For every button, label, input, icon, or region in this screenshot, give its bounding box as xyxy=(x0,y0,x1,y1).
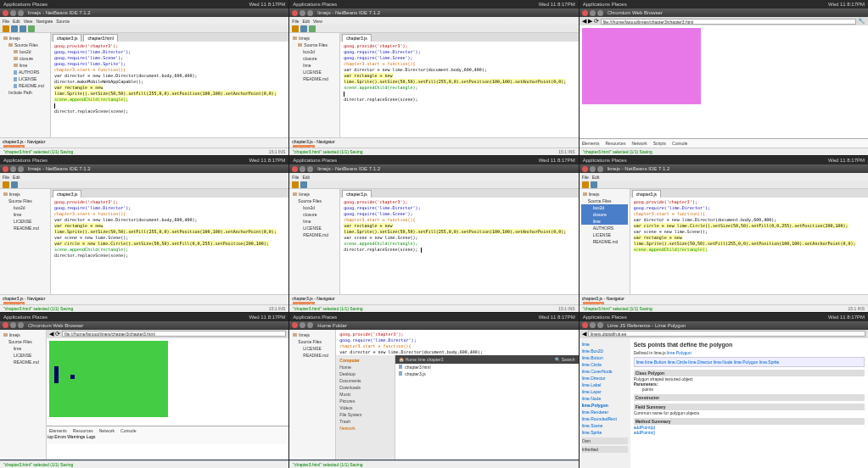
ball-sprite xyxy=(70,375,75,379)
code-editor[interactable]: chapter3.js goog.provide('chapter3'); go… xyxy=(340,33,578,137)
browser-toolbar: ◀ ▶ ⟳ file:///home/farouq/limejs/chapter… xyxy=(580,17,868,25)
reload-icon[interactable]: ⟳ xyxy=(55,331,60,337)
browser-viewport xyxy=(580,25,868,138)
game-canvas[interactable] xyxy=(49,341,168,417)
places-sidebar[interactable]: Computer Home Desktop Documents Download… xyxy=(336,355,395,460)
minimize-icon[interactable] xyxy=(10,10,16,16)
close-icon[interactable] xyxy=(3,10,8,16)
status-bar: "chapter3.html" selected (1/1) Saving15:… xyxy=(0,148,288,155)
doc-pane: Applications PlacesWed 11 8:17PM Lime JS… xyxy=(580,313,868,468)
new-icon[interactable] xyxy=(3,25,9,32)
game-canvas[interactable] xyxy=(582,28,701,104)
ide-pane-1: Applications PlacesWed 11 8:17PM limejs … xyxy=(0,0,288,155)
method-link[interactable]: addPoints() xyxy=(634,430,865,435)
page-title: Sets points that define the polygon xyxy=(634,342,865,348)
file-item[interactable]: chapter3.js xyxy=(395,370,578,377)
save-icon[interactable] xyxy=(20,25,26,32)
open-icon[interactable] xyxy=(11,25,18,32)
browser-pane-green: Applications PlacesWed 11 8:17PM Chromiu… xyxy=(0,313,288,468)
tree-root: limejs xyxy=(2,35,48,42)
paddle-sprite xyxy=(54,366,59,383)
forward-icon[interactable]: ▶ xyxy=(588,18,592,25)
file-manager: Computer Home Desktop Documents Download… xyxy=(336,355,578,460)
menubar[interactable]: FileEditViewNavigateSource xyxy=(0,17,288,25)
toolbar xyxy=(0,25,288,33)
window-chrome: limejs - NetBeans IDE 7.1.2 xyxy=(0,8,288,17)
menu-icon[interactable]: 🔧 xyxy=(858,18,865,25)
text-cursor xyxy=(54,103,55,109)
url-bar[interactable]: file:///home/farouq/limejs/chapter3/chap… xyxy=(601,19,856,25)
tree-item: Source Files xyxy=(2,42,48,48)
system-topbar: Applications PlacesWed 11 8:17PM xyxy=(0,0,288,8)
doc-sidebar[interactable]: lime lime.Box2D lime.Button lime.Circle … xyxy=(580,338,630,468)
file-item[interactable]: chapter3.html xyxy=(395,364,578,370)
doc-content: Sets points that define the polygon Defi… xyxy=(630,338,868,468)
ide-pane-2: Applications PlacesWed 11 8:17PM limejs … xyxy=(289,0,578,155)
browser-pane-pink: Applications PlacesWed 11 8:17PM Chromiu… xyxy=(580,0,868,155)
project-tree[interactable]: limejs Source Files box2d closure lime A… xyxy=(0,33,51,137)
ide-pane-6: Applications PlacesWed 11 8:17PM limejs … xyxy=(580,156,868,311)
project-tree[interactable]: limejs Source Files box2d closure lime L… xyxy=(289,33,340,137)
ide-pane-5: Applications PlacesWed 11 8:17PM limejs … xyxy=(289,156,578,311)
breadcrumb[interactable]: 🏠 Home lime chapter3🔍 Search xyxy=(395,355,578,364)
run-icon[interactable] xyxy=(28,25,35,32)
reload-icon[interactable]: ⟳ xyxy=(594,18,599,25)
ide-pane-4: Applications PlacesWed 11 8:17PM limejs … xyxy=(0,156,288,311)
code-editor[interactable]: chapter3.jschapter3.html goog.provide('c… xyxy=(51,33,288,137)
maximize-icon[interactable] xyxy=(18,10,24,16)
editor-tab[interactable]: chapter3.js xyxy=(53,34,81,42)
filemgr-pane: Applications PlacesWed 11 8:17PM Home Fo… xyxy=(289,313,578,468)
back-icon[interactable]: ◀ xyxy=(582,18,586,25)
back-icon[interactable]: ◀ xyxy=(49,331,53,337)
window-title: limejs - NetBeans IDE 7.1.2 xyxy=(28,10,91,15)
